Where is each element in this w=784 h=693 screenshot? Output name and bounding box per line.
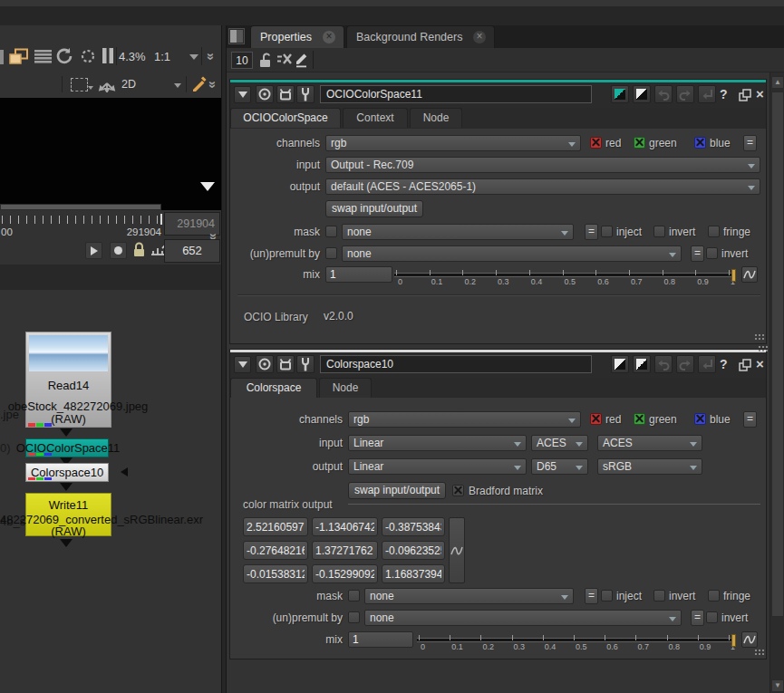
input-whitepoint-dropdown[interactable]: ACES [531, 435, 588, 451]
fringe-checkbox[interactable] [708, 226, 720, 237]
inject-checkbox[interactable] [601, 226, 613, 237]
gl-color-swatch-button[interactable] [633, 85, 651, 103]
zoom-dropdown-arrow-icon[interactable] [189, 54, 198, 64]
premult-enable-checkbox[interactable] [348, 611, 360, 623]
slider-handle[interactable] [731, 269, 736, 282]
mix-input[interactable] [325, 266, 392, 283]
premult-equals-button[interactable]: = [691, 610, 704, 626]
premult-invert-checkbox[interactable] [706, 611, 718, 623]
collapse-button[interactable] [234, 86, 251, 103]
redo-button[interactable] [676, 355, 694, 373]
tab-node[interactable]: Node [319, 378, 372, 398]
pane-menu-icon[interactable] [228, 28, 245, 44]
close-panel-button[interactable]: × [756, 86, 764, 101]
viewer-triangle-icon[interactable] [200, 182, 215, 191]
timeline-ruler[interactable] [2, 216, 161, 224]
mask-enable-checkbox[interactable] [348, 590, 360, 602]
node-name-field[interactable] [320, 85, 592, 103]
checkbox-green[interactable] [634, 413, 645, 425]
collapse-chevrons-icon[interactable]: » [207, 233, 222, 238]
checkbox-red[interactable] [590, 137, 602, 149]
slider-handle[interactable] [731, 634, 736, 647]
matrix-curve-button[interactable] [449, 517, 465, 583]
postage-stamp-button[interactable] [276, 355, 295, 373]
revert-button[interactable] [698, 85, 716, 103]
pause-icon[interactable] [102, 48, 114, 63]
close-panel-button[interactable]: × [756, 356, 764, 371]
max-nodes-input[interactable] [231, 52, 253, 69]
marquee-icon[interactable] [71, 78, 88, 91]
matrix-cell[interactable] [243, 541, 308, 560]
tab-close-icon[interactable]: × [473, 31, 486, 43]
mask-equals-button[interactable]: = [585, 224, 598, 240]
premult-invert-checkbox[interactable] [706, 247, 718, 259]
checkbox-blue[interactable] [694, 137, 706, 149]
output-whitepoint-dropdown[interactable]: D65 [531, 458, 588, 475]
viewer-scrollbar[interactable] [0, 204, 161, 210]
mix-slider[interactable]: 00.10.20.30.40.50.60.70.80.91 [394, 266, 736, 284]
matrix-cell[interactable] [382, 517, 445, 536]
frame-display[interactable]: 291904 [164, 212, 220, 236]
stop-button[interactable] [110, 242, 127, 259]
undo-button[interactable] [654, 85, 673, 103]
input-colorspace-dropdown[interactable]: Linear [348, 435, 527, 451]
swap-button[interactable]: swap input/output [325, 200, 423, 217]
mask-dropdown[interactable]: none [364, 588, 574, 604]
eyedropper-pen-icon[interactable] [191, 76, 207, 91]
matrix-cell[interactable] [382, 564, 445, 583]
postage-stamp-button[interactable] [276, 85, 295, 103]
pixel-aspect[interactable]: 1:1 [154, 50, 170, 63]
viewer-canvas[interactable] [0, 98, 221, 210]
tab-background-renders[interactable]: Background Renders × [346, 25, 495, 48]
matrix-cell[interactable] [243, 564, 308, 583]
node-settings-button[interactable] [296, 85, 315, 103]
center-node-button[interactable] [256, 355, 274, 373]
scrollbar-down-button[interactable]: ▼ [771, 679, 784, 692]
output-colorspace-dropdown[interactable]: Linear [348, 458, 527, 475]
collapse-chevrons-icon[interactable]: » [206, 81, 221, 86]
mask-equals-button[interactable]: = [585, 588, 598, 604]
input-primaries-dropdown[interactable]: ACES [597, 435, 702, 451]
tab-context[interactable]: Context [343, 108, 408, 128]
inject-checkbox[interactable] [601, 590, 613, 602]
fringe-checkbox[interactable] [708, 590, 720, 602]
premult-dropdown[interactable]: none [342, 245, 682, 262]
selection-circle-icon[interactable] [79, 47, 97, 65]
checkbox-blue[interactable] [694, 413, 706, 425]
matrix-cell[interactable] [243, 517, 308, 536]
mode-2d-dropdown[interactable]: 2D [121, 78, 181, 94]
help-button[interactable]: ? [720, 87, 728, 101]
panel-resize-grip[interactable] [754, 649, 765, 657]
output-primaries-dropdown[interactable]: sRGB [597, 458, 702, 475]
help-button[interactable]: ? [720, 357, 728, 371]
tab-node[interactable]: Node [410, 108, 462, 128]
edit-pencil-icon[interactable] [294, 50, 309, 68]
float-panel-button[interactable] [738, 358, 752, 372]
panel-resize-grip[interactable] [754, 333, 765, 342]
checkbox-green[interactable] [634, 137, 645, 149]
mix-curve-button[interactable] [741, 631, 758, 648]
pane-splitter[interactable] [221, 25, 227, 693]
checkbox-red[interactable] [590, 413, 602, 425]
undo-button[interactable] [654, 355, 673, 373]
matrix-cell[interactable] [312, 517, 378, 536]
channels-equals-button[interactable]: = [743, 135, 757, 151]
channels-dropdown[interactable]: rgb [325, 135, 581, 151]
node-color-swatch-button[interactable] [611, 85, 629, 103]
lock-icon[interactable] [132, 241, 146, 258]
sync-icon[interactable] [54, 46, 74, 66]
node-name-field[interactable] [320, 355, 592, 373]
revert-button[interactable] [698, 355, 716, 373]
premult-enable-checkbox[interactable] [325, 247, 337, 259]
mix-curve-button[interactable] [741, 266, 758, 283]
premult-dropdown[interactable]: none [364, 610, 682, 626]
matrix-cell[interactable] [312, 564, 378, 583]
redo-button[interactable] [676, 85, 694, 103]
output-dropdown[interactable]: default (ACES - ACES2065-1) [325, 178, 760, 195]
node-color-swatch-button[interactable] [611, 355, 629, 373]
tab-properties[interactable]: Properties × [250, 25, 344, 48]
channels-dropdown[interactable]: rgb [348, 411, 581, 428]
collapse-chevrons-icon[interactable]: » [204, 53, 219, 58]
unlock-icon[interactable] [258, 51, 274, 68]
invert-mask-checkbox[interactable] [653, 590, 665, 602]
